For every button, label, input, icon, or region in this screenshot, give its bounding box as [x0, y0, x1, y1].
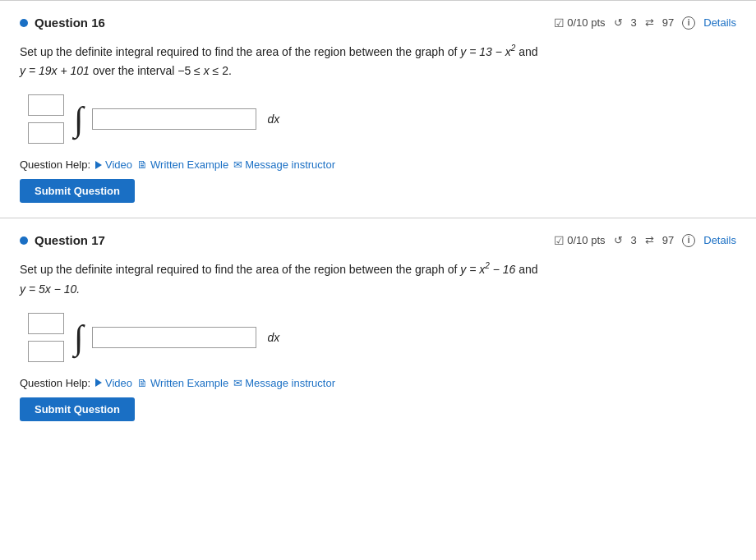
question-16-written-example-link[interactable]: 🗎 Written Example: [137, 158, 228, 171]
question-16-details-link[interactable]: Details: [703, 16, 736, 29]
question-16-integral: ∫ dx: [28, 94, 736, 144]
question-17-help: Question Help: Video 🗎 Written Example ✉…: [20, 377, 736, 389]
question-16-header: Question 16 ☑ 0/10 pts ↺ 3 ⇄ 97 i Detail…: [20, 16, 736, 30]
question-16-pts-badge: ☑ 0/10 pts: [554, 16, 605, 30]
mail-icon-17: ✉: [233, 377, 242, 389]
question-17-retries: 3: [631, 234, 637, 246]
question-17-meta: ☑ 0/10 pts ↺ 3 ⇄ 97 i Details: [554, 234, 736, 247]
question-16-upper-bound[interactable]: [28, 94, 64, 116]
question-17-pts-badge: ☑ 0/10 pts: [554, 234, 605, 247]
question-16-video-label: Video: [105, 158, 132, 171]
question-17-bounds: [28, 313, 64, 362]
integral-symbol-17: ∫: [74, 320, 84, 355]
question-17-help-label: Question Help:: [20, 377, 90, 389]
question-17-block: Question 17 ☑ 0/10 pts ↺ 3 ⇄ 97 i Detail…: [0, 218, 756, 435]
question-16-title: Question 16: [20, 16, 105, 30]
doc-icon-17: 🗎: [137, 377, 148, 389]
question-16-written-example-label: Written Example: [150, 158, 228, 171]
submissions-icon: ⇄: [645, 16, 654, 29]
question-17-upper-bound[interactable]: [28, 313, 64, 334]
question-16-bullet: [20, 19, 28, 27]
question-16-retries: 3: [631, 16, 637, 29]
question-17-body-text2: y = 5x − 10.: [20, 282, 80, 296]
question-17-body: Set up the definite integral required to…: [20, 259, 736, 299]
question-17-details-label: Details: [703, 234, 736, 246]
question-16-block: Question 16 ☑ 0/10 pts ↺ 3 ⇄ 97 i Detail…: [0, 0, 756, 218]
info-icon-17[interactable]: i: [682, 234, 695, 247]
question-17-title: Question 17: [20, 233, 105, 247]
check-icon: ☑: [554, 16, 565, 30]
question-17-submit-button[interactable]: Submit Question: [20, 397, 135, 421]
question-17-written-example-link[interactable]: 🗎 Written Example: [137, 377, 228, 389]
question-16-details-label: Details: [703, 16, 736, 29]
info-icon[interactable]: i: [682, 16, 695, 30]
submissions-icon-17: ⇄: [645, 234, 654, 246]
question-16-body-text1: Set up the definite integral required to…: [20, 45, 538, 58]
question-17-details-link[interactable]: Details: [703, 234, 736, 246]
question-16-integrand-input[interactable]: [92, 108, 256, 130]
check-icon-17: ☑: [554, 234, 565, 247]
question-16-submit-button[interactable]: Submit Question: [20, 179, 135, 203]
question-17-pts: 0/10 pts: [567, 234, 605, 246]
question-17-body-text1: Set up the definite integral required to…: [20, 263, 538, 276]
question-17-video-label: Video: [105, 377, 132, 389]
retry-icon: ↺: [614, 16, 623, 29]
integral-symbol-16: ∫: [74, 102, 84, 136]
play-icon-16: [95, 161, 102, 169]
question-16-body-text2: y = 19x + 101 over the interval −5 ≤ x ≤…: [20, 64, 232, 77]
question-16-help-label: Question Help:: [20, 158, 90, 171]
question-17-number: Question 17: [35, 233, 105, 247]
question-16-number: Question 16: [35, 16, 105, 30]
question-17-bullet: [20, 236, 28, 245]
question-16-lower-bound[interactable]: [28, 122, 64, 144]
question-16-video-link[interactable]: Video: [95, 158, 132, 171]
mail-icon-16: ✉: [233, 158, 242, 171]
question-17-submissions: 97: [662, 234, 674, 246]
doc-icon-16: 🗎: [137, 158, 148, 171]
play-icon-17: [95, 379, 102, 387]
question-17-dx: dx: [268, 331, 280, 344]
question-16-body: Set up the definite integral required to…: [20, 41, 736, 81]
questions-container: Question 16 ☑ 0/10 pts ↺ 3 ⇄ 97 i Detail…: [0, 0, 756, 436]
question-17-lower-bound[interactable]: [28, 341, 64, 362]
question-16-message-instructor-label: Message instructor: [245, 158, 335, 171]
question-16-message-instructor-link[interactable]: ✉ Message instructor: [233, 158, 335, 171]
question-16-bounds: [28, 94, 64, 144]
question-17-integrand-input[interactable]: [92, 327, 256, 348]
retry-icon-17: ↺: [614, 234, 623, 246]
question-17-message-instructor-link[interactable]: ✉ Message instructor: [233, 377, 335, 389]
question-16-submissions: 97: [662, 16, 674, 29]
question-16-pts: 0/10 pts: [567, 16, 605, 29]
question-16-help: Question Help: Video 🗎 Written Example ✉…: [20, 158, 736, 171]
question-17-integral: ∫ dx: [28, 313, 736, 362]
question-17-header: Question 17 ☑ 0/10 pts ↺ 3 ⇄ 97 i Detail…: [20, 233, 736, 247]
question-16-meta: ☑ 0/10 pts ↺ 3 ⇄ 97 i Details: [554, 16, 736, 30]
question-16-dx: dx: [268, 112, 280, 126]
question-17-written-example-label: Written Example: [150, 377, 228, 389]
question-17-video-link[interactable]: Video: [95, 377, 132, 389]
question-17-message-instructor-label: Message instructor: [245, 377, 335, 389]
